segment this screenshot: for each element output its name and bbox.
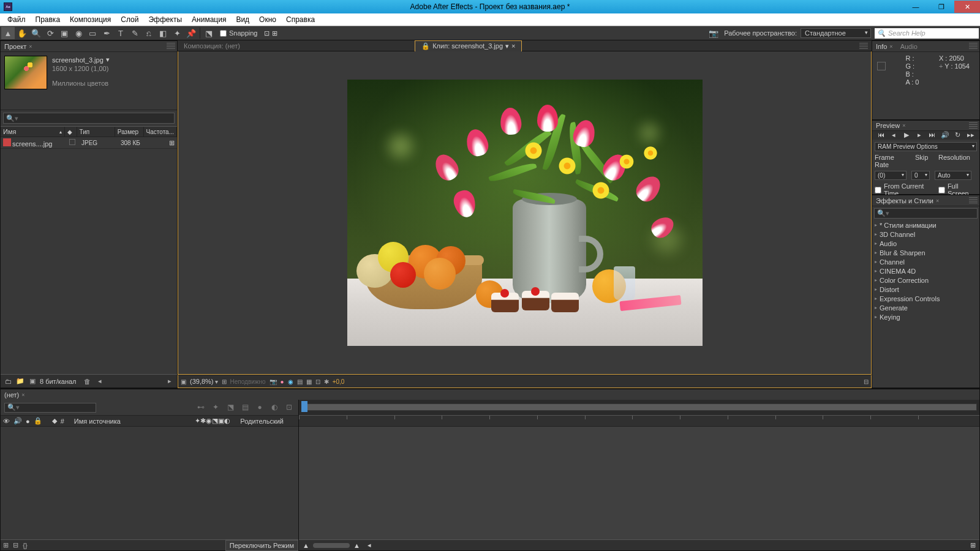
close-icon[interactable]: × (902, 122, 905, 129)
ram-preview-button[interactable]: ▸▸ (967, 131, 975, 140)
effect-category[interactable]: Audio (872, 239, 979, 248)
tl-tool-5[interactable]: ● (254, 403, 265, 413)
menu-edit[interactable]: Правка (31, 15, 66, 24)
workspace-dropdown[interactable]: Стандартное (801, 28, 871, 38)
comp-button-icon[interactable]: ⊞ (967, 541, 979, 549)
loop-button[interactable]: ↻ (954, 131, 962, 140)
resolution-icon[interactable]: ⊞ (222, 378, 227, 385)
menu-composition[interactable]: Композиция (65, 15, 116, 24)
camera-icon[interactable]: 📷 (707, 27, 720, 39)
hand-tool[interactable]: ✋ (15, 27, 29, 39)
panel-menu-icon[interactable] (969, 197, 978, 203)
rgb-icon[interactable]: ◉ (288, 378, 293, 385)
tl-tool-2[interactable]: ✦ (210, 403, 221, 413)
close-icon[interactable]: × (29, 43, 32, 50)
panel-menu-icon[interactable] (859, 43, 868, 49)
solo-icon[interactable]: ● (26, 418, 30, 425)
effect-category[interactable]: * Стили анимации (872, 220, 979, 230)
panel-menu-icon[interactable] (969, 122, 978, 129)
eye-icon[interactable]: 👁 (3, 418, 10, 425)
skip-dropdown[interactable]: 0 (911, 171, 930, 180)
tl-tool-1[interactable]: ⊷ (195, 403, 206, 413)
grid-icon[interactable]: ▦ (306, 378, 312, 385)
snapping-toggle[interactable]: Snapping ⊡ ⊞ (216, 29, 281, 37)
dropdown-icon[interactable]: ▾ (505, 42, 509, 50)
effect-category[interactable]: Keying (872, 312, 979, 321)
magnification-icon[interactable]: ▣ (181, 378, 186, 385)
panel-menu-icon[interactable] (969, 43, 978, 49)
prev-frame-button[interactable]: ◂ (889, 131, 898, 140)
interpret-icon[interactable]: 🗀 (3, 377, 13, 386)
exposure-value[interactable]: +0,0 (333, 378, 345, 385)
project-tab[interactable]: Проект× (1, 42, 36, 51)
effect-category[interactable]: Blur & Sharpen (872, 248, 979, 257)
next-frame-button[interactable]: ▸ (915, 131, 924, 140)
zoom-out-icon[interactable]: ▲ (299, 542, 313, 549)
menu-view[interactable]: Вид (231, 15, 254, 24)
label-swatch[interactable] (69, 139, 75, 145)
snapping-checkbox[interactable] (220, 30, 227, 37)
next-icon[interactable]: ▸ (165, 377, 175, 386)
eraser-tool[interactable]: ◧ (156, 27, 170, 39)
effect-category[interactable]: Color Correction (872, 276, 979, 285)
roto-tool[interactable]: ✦ (170, 27, 184, 39)
project-search[interactable]: 🔍▾ (3, 113, 175, 124)
col-label[interactable]: ◆ (65, 127, 77, 137)
pan-behind-tool[interactable]: ◉ (72, 27, 85, 39)
menu-file[interactable]: Файл (2, 15, 31, 24)
audio-tab[interactable]: Audio (897, 42, 921, 51)
timeline-ruler[interactable] (299, 416, 979, 427)
preview-tab[interactable]: Preview× (872, 121, 909, 130)
speaker-icon[interactable]: 🔊 (13, 417, 22, 425)
effect-category[interactable]: CINEMA 4D (872, 266, 979, 276)
exposure-icon[interactable]: ✱ (324, 378, 329, 385)
selection-tool[interactable]: ▲ (1, 27, 15, 39)
time-indicator[interactable] (301, 401, 307, 412)
play-button[interactable]: ▶ (902, 131, 911, 140)
effect-category[interactable]: 3D Channel (872, 230, 979, 239)
rotate-tool[interactable]: ⟳ (43, 27, 57, 39)
from-current-checkbox[interactable] (875, 187, 881, 193)
zoom-level[interactable]: (39,8%) ▾ (190, 378, 218, 385)
clone-tool[interactable]: ⎌ (142, 27, 156, 39)
camera-tool[interactable]: ▣ (58, 27, 71, 39)
new-comp-icon[interactable]: ▣ (28, 377, 37, 386)
menu-layer[interactable]: Слой (116, 15, 143, 24)
audio-button[interactable]: 🔊 (941, 131, 949, 140)
brush-tool[interactable]: ✎ (128, 27, 141, 39)
timeline-search[interactable]: 🔍▾ (4, 403, 96, 413)
composition-tab-empty[interactable]: Композиция: (нет) (178, 41, 246, 51)
panel-menu-icon[interactable] (167, 43, 175, 49)
lock-icon[interactable]: 🔒 (34, 417, 42, 425)
first-frame-button[interactable]: ⏮ (876, 131, 885, 140)
resolution-dropdown[interactable]: Auto (935, 171, 971, 180)
effect-category[interactable]: Channel (872, 257, 979, 266)
info-tab[interactable]: Info× (872, 42, 897, 51)
effects-tab[interactable]: Эффекты и Стили× (872, 196, 943, 206)
asset-row[interactable]: screens....jpg JPEG 308 КБ ⊞ (1, 137, 177, 149)
maximize-button[interactable]: ❐ (929, 1, 954, 13)
tl-tool-3[interactable]: ⬔ (225, 403, 236, 413)
effect-category[interactable]: Distort (872, 285, 979, 294)
pen-tool[interactable]: ✒ (100, 27, 113, 39)
clip-tab[interactable]: 🔒 Клип: screenshot_3.jpg ▾ × (415, 40, 522, 51)
text-tool[interactable]: T (114, 27, 127, 39)
timeline-tab[interactable]: (нет)× (1, 390, 28, 400)
viewer[interactable] (178, 51, 872, 375)
shape-tool[interactable]: ▭ (86, 27, 99, 39)
prev-icon[interactable]: ◂ (95, 377, 105, 386)
col-source[interactable]: Имя источника (74, 418, 121, 425)
close-icon[interactable]: × (936, 198, 939, 204)
bit-depth[interactable]: 8 бит/канал (40, 378, 77, 385)
tl-tool-4[interactable]: ▤ (239, 403, 251, 413)
col-number[interactable]: # (61, 418, 64, 425)
last-frame-button[interactable]: ⏭ (928, 131, 937, 140)
toggle-mode-button[interactable]: Переключить Режим (225, 540, 298, 551)
close-icon[interactable]: × (21, 392, 24, 398)
effects-search[interactable]: 🔍▾ (874, 208, 978, 219)
menu-window[interactable]: Окно (254, 15, 281, 24)
timeline-tracks[interactable] (299, 427, 979, 539)
menu-animation[interactable]: Анимация (187, 15, 231, 24)
search-help[interactable]: 🔍 Search Help (875, 28, 979, 39)
menu-help[interactable]: Справка (281, 15, 320, 24)
